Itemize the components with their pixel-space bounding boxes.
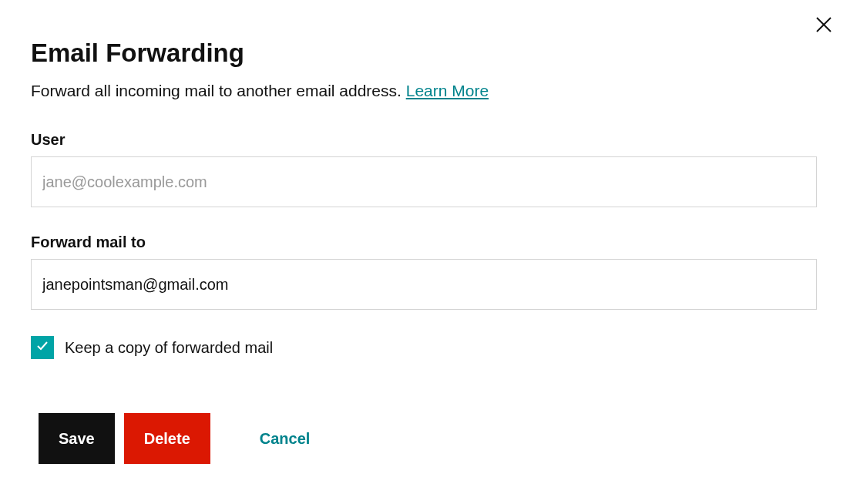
user-field-group: User (31, 131, 819, 207)
dialog-content: Email Forwarding Forward all incoming ma… (0, 0, 850, 495)
save-button[interactable]: Save (39, 413, 115, 464)
keep-copy-checkbox[interactable] (31, 336, 54, 359)
close-button[interactable] (813, 15, 835, 37)
keep-copy-row: Keep a copy of forwarded mail (31, 336, 819, 359)
delete-button[interactable]: Delete (124, 413, 210, 464)
button-row: Save Delete Cancel (31, 413, 819, 464)
description-text: Forward all incoming mail to another ema… (31, 82, 406, 99)
user-label: User (31, 131, 819, 149)
checkmark-icon (35, 338, 50, 357)
dialog-description: Forward all incoming mail to another ema… (31, 82, 819, 100)
close-icon (815, 16, 832, 36)
forward-to-label: Forward mail to (31, 234, 819, 251)
learn-more-link[interactable]: Learn More (406, 82, 489, 99)
user-input[interactable] (31, 156, 817, 207)
keep-copy-label: Keep a copy of forwarded mail (65, 339, 273, 357)
forward-to-input[interactable] (31, 259, 817, 310)
cancel-button[interactable]: Cancel (240, 413, 331, 464)
dialog-title: Email Forwarding (31, 39, 819, 68)
forward-to-field-group: Forward mail to (31, 234, 819, 310)
